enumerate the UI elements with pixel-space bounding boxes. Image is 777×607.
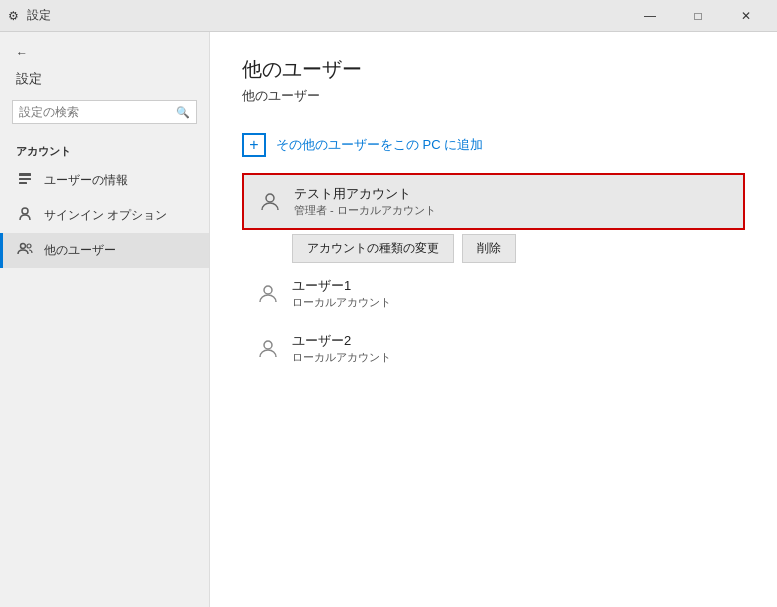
app-title: 設定 <box>0 66 209 96</box>
user-info-1: ユーザー1 ローカルアカウント <box>292 277 733 310</box>
maximize-button[interactable]: □ <box>675 0 721 32</box>
signin-icon <box>16 206 34 225</box>
back-arrow-icon: ← <box>16 46 28 60</box>
user-name-2: ユーザー2 <box>292 332 733 350</box>
search-box[interactable]: 🔍 <box>12 100 197 124</box>
sidebar-item-signin[interactable]: サインイン オプション <box>0 198 209 233</box>
avatar-user2 <box>254 335 282 363</box>
user-name-test: テスト用アカウント <box>294 185 731 203</box>
title-bar-title: 設定 <box>27 7 51 24</box>
sidebar-item-other-users[interactable]: 他のユーザー <box>0 233 209 268</box>
change-account-type-button[interactable]: アカウントの種類の変更 <box>292 234 454 263</box>
user-role-test: 管理者 - ローカルアカウント <box>294 203 731 218</box>
add-user-label: その他のユーザーをこの PC に追加 <box>276 136 483 154</box>
sidebar-item-user-info[interactable]: ユーザーの情報 <box>0 163 209 198</box>
delete-button[interactable]: 削除 <box>462 234 516 263</box>
svg-point-8 <box>264 341 272 349</box>
svg-point-4 <box>21 244 26 249</box>
user-info-icon <box>16 171 34 190</box>
svg-rect-0 <box>19 173 31 176</box>
page-title: 他のユーザー <box>242 56 745 83</box>
add-user-button[interactable]: + その他のユーザーをこの PC に追加 <box>242 125 745 165</box>
user-item-test[interactable]: テスト用アカウント 管理者 - ローカルアカウント <box>242 173 745 230</box>
svg-point-3 <box>22 208 28 214</box>
avatar-user1 <box>254 280 282 308</box>
user-info-test: テスト用アカウント 管理者 - ローカルアカウント <box>294 185 731 218</box>
content-subtitle: 他のユーザー <box>242 87 745 105</box>
user-name-1: ユーザー1 <box>292 277 733 295</box>
svg-point-5 <box>27 244 31 248</box>
title-bar-left: ⚙ 設定 <box>8 7 51 24</box>
avatar-test <box>256 188 284 216</box>
user-role-2: ローカルアカウント <box>292 350 733 365</box>
svg-rect-1 <box>19 178 31 180</box>
svg-point-7 <box>264 286 272 294</box>
sidebar: ← 設定 🔍 アカウント ユーザーの情報 <box>0 32 210 607</box>
sidebar-item-label-other-users: 他のユーザー <box>44 242 116 259</box>
svg-rect-2 <box>19 182 27 184</box>
user-item-2[interactable]: ユーザー2 ローカルアカウント <box>242 322 745 375</box>
section-label: アカウント <box>0 136 209 163</box>
search-input[interactable] <box>19 105 176 119</box>
minimize-button[interactable]: — <box>627 0 673 32</box>
user-actions: アカウントの種類の変更 削除 <box>292 234 745 263</box>
user-role-1: ローカルアカウント <box>292 295 733 310</box>
title-bar-controls: — □ ✕ <box>627 0 769 32</box>
sidebar-item-label-signin: サインイン オプション <box>44 207 167 224</box>
add-icon: + <box>242 133 266 157</box>
close-button[interactable]: ✕ <box>723 0 769 32</box>
content-area: 他のユーザー 他のユーザー + その他のユーザーをこの PC に追加 テスト用ア… <box>210 32 777 607</box>
title-bar: ⚙ 設定 — □ ✕ <box>0 0 777 32</box>
back-button[interactable]: ← <box>0 40 209 66</box>
title-bar-icon: ⚙ <box>8 9 19 23</box>
other-users-icon <box>16 241 34 260</box>
user-item-1[interactable]: ユーザー1 ローカルアカウント <box>242 267 745 320</box>
sidebar-item-label-user-info: ユーザーの情報 <box>44 172 128 189</box>
search-icon: 🔍 <box>176 106 190 119</box>
svg-point-6 <box>266 194 274 202</box>
app-container: ← 設定 🔍 アカウント ユーザーの情報 <box>0 32 777 607</box>
user-info-2: ユーザー2 ローカルアカウント <box>292 332 733 365</box>
